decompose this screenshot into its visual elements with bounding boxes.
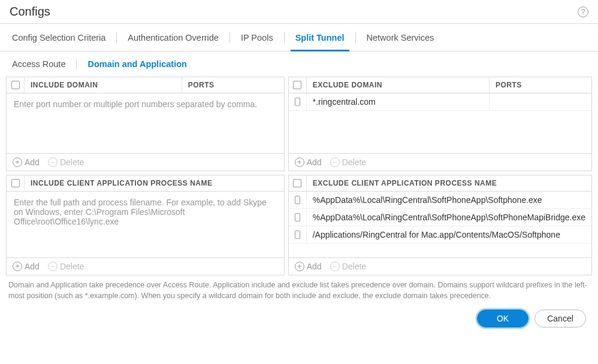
- sub-tabs: Access Route Domain and Application: [0, 51, 598, 77]
- exclude-app-col[interactable]: Exclude Client Application Process Name: [307, 175, 591, 191]
- include-app-empty-text: Enter the full path and process filename…: [7, 192, 284, 257]
- include-app-delete-button[interactable]: − Delete: [48, 262, 84, 271]
- minus-icon: −: [48, 262, 58, 271]
- exclude-app-panel: Exclude Client Application Process Name …: [288, 175, 592, 275]
- delete-label: Delete: [60, 262, 84, 271]
- tab-config-selection-criteria[interactable]: Config Selection Criteria: [10, 24, 108, 51]
- include-domain-add-button[interactable]: + Add: [13, 157, 40, 167]
- exclude-domain-col-domain[interactable]: Exclude Domain: [307, 77, 490, 93]
- tab-split-tunnel[interactable]: Split Tunnel: [293, 24, 347, 51]
- include-app-footer: + Add − Delete: [7, 257, 284, 275]
- delete-label: Delete: [342, 157, 366, 167]
- minus-icon: −: [48, 157, 58, 167]
- include-app-panel: Include Client Application Process Name …: [6, 175, 285, 275]
- table-row[interactable]: /Applications/RingCentral for Mac.app/Co…: [289, 226, 591, 244]
- plus-icon: +: [295, 262, 304, 271]
- table-row[interactable]: %AppData%\Local\RingCentral\SoftPhoneApp…: [289, 192, 591, 209]
- tab-separator: [116, 32, 117, 43]
- table-row[interactable]: *.ringcentral.com: [289, 93, 591, 111]
- include-app-add-button[interactable]: + Add: [13, 262, 40, 271]
- tab-separator: [76, 59, 77, 69]
- include-domain-panel: Include Domain Ports Enter port number o…: [6, 77, 285, 171]
- exclude-app-select-all-checkbox[interactable]: [293, 179, 301, 187]
- main-tabs: Config Selection Criteria Authentication…: [0, 24, 598, 51]
- include-app-header: Include Client Application Process Name: [7, 175, 284, 192]
- exclude-app-add-button[interactable]: + Add: [295, 262, 322, 271]
- cancel-button[interactable]: Cancel: [534, 310, 586, 327]
- delete-label: Delete: [60, 157, 84, 167]
- exclude-domain-ports-value[interactable]: [490, 93, 591, 110]
- subtab-domain-and-application[interactable]: Domain and Application: [85, 51, 189, 77]
- include-domain-header: Include Domain Ports: [7, 77, 284, 93]
- exclude-domain-col-ports[interactable]: Ports: [490, 77, 591, 93]
- include-domain-col-ports[interactable]: Ports: [182, 77, 284, 93]
- add-label: Add: [307, 262, 322, 271]
- page-title: Configs: [10, 5, 50, 19]
- include-domain-empty-text: Enter port number or multiple port numbe…: [7, 93, 284, 153]
- minus-icon: −: [330, 157, 340, 167]
- add-label: Add: [25, 262, 40, 271]
- add-label: Add: [25, 157, 40, 167]
- exclude-domain-select-all-checkbox[interactable]: [293, 81, 301, 89]
- exclude-app-footer: + Add − Delete: [289, 257, 591, 275]
- minus-icon: −: [330, 262, 340, 271]
- include-domain-col-domain[interactable]: Include Domain: [25, 77, 182, 93]
- exclude-domain-delete-button[interactable]: − Delete: [330, 157, 366, 167]
- exclude-domain-value[interactable]: *.ringcentral.com: [307, 93, 490, 110]
- tab-network-services[interactable]: Network Services: [364, 24, 437, 51]
- add-label: Add: [307, 157, 322, 167]
- exclude-app-value[interactable]: /Applications/RingCentral for Mac.app/Co…: [307, 226, 591, 243]
- subtab-access-route[interactable]: Access Route: [10, 51, 68, 77]
- tab-authentication-override[interactable]: Authentication Override: [125, 24, 221, 51]
- include-app-col[interactable]: Include Client Application Process Name: [25, 175, 284, 191]
- include-domain-select-all-checkbox[interactable]: [11, 81, 20, 89]
- exclude-domain-body: *.ringcentral.com: [289, 93, 591, 153]
- plus-icon: +: [13, 157, 22, 167]
- exclude-domain-panel: Exclude Domain Ports *.ringcentral.com +…: [288, 77, 592, 171]
- exclude-app-delete-button[interactable]: − Delete: [330, 262, 366, 271]
- tab-ip-pools[interactable]: IP Pools: [238, 24, 276, 51]
- include-app-select-all-checkbox[interactable]: [11, 179, 20, 187]
- dialog-actions: OK Cancel: [0, 301, 598, 327]
- delete-label: Delete: [342, 262, 366, 271]
- exclude-app-body: %AppData%\Local\RingCentral\SoftPhoneApp…: [289, 192, 591, 257]
- exclude-app-value[interactable]: %AppData%\Local\RingCentral\SoftPhoneApp…: [307, 209, 591, 226]
- page-header: Configs ?: [0, 0, 598, 24]
- exclude-app-header: Exclude Client Application Process Name: [289, 175, 591, 192]
- plus-icon: +: [13, 262, 22, 271]
- help-icon[interactable]: ?: [578, 7, 588, 17]
- plus-icon: +: [295, 157, 304, 167]
- panels-grid: Include Domain Ports Enter port number o…: [0, 77, 598, 275]
- tab-separator: [355, 32, 356, 43]
- include-domain-footer: + Add − Delete: [7, 153, 284, 171]
- row-checkbox[interactable]: [295, 196, 300, 204]
- table-row[interactable]: %AppData%\Local\RingCentral\SoftPhoneApp…: [289, 209, 591, 226]
- ok-button[interactable]: OK: [477, 310, 528, 327]
- exclude-domain-footer: + Add − Delete: [289, 153, 591, 171]
- row-checkbox[interactable]: [295, 98, 300, 106]
- tab-separator: [229, 32, 230, 43]
- exclude-domain-add-button[interactable]: + Add: [295, 157, 322, 167]
- exclude-domain-header: Exclude Domain Ports: [289, 77, 591, 93]
- precedence-note: Domain and Application take precedence o…: [0, 275, 598, 301]
- include-domain-delete-button[interactable]: − Delete: [48, 157, 84, 167]
- exclude-app-value[interactable]: %AppData%\Local\RingCentral\SoftPhoneApp…: [307, 192, 591, 208]
- row-checkbox[interactable]: [295, 213, 300, 222]
- row-checkbox[interactable]: [295, 230, 300, 239]
- tab-separator: [284, 32, 285, 43]
